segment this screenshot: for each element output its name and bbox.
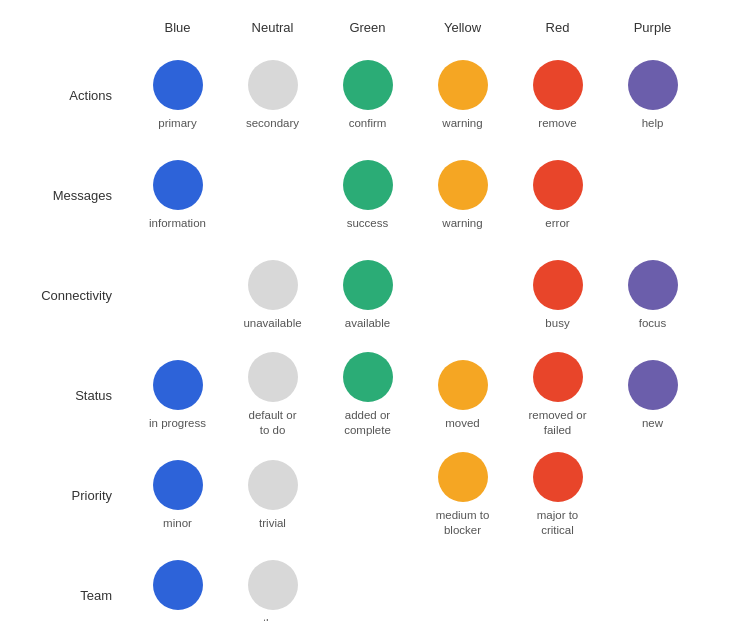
circle-label: confirm — [349, 116, 387, 131]
cell-actions-2: confirm — [320, 45, 415, 145]
circle-blue — [153, 460, 203, 510]
circle-red — [533, 260, 583, 310]
cell-messages-3: warning — [415, 145, 510, 245]
cell-connectivity-0 — [130, 245, 225, 345]
cell-priority-2 — [320, 445, 415, 545]
cell-connectivity-4: busy — [510, 245, 605, 345]
cell-messages-0: information — [130, 145, 225, 245]
circle-neutral — [248, 560, 298, 610]
circle-label: remove — [538, 116, 576, 131]
circle-neutral — [248, 260, 298, 310]
cell-status-3: moved — [415, 345, 510, 445]
header-red: Red — [510, 20, 605, 45]
circle-label: me — [170, 616, 186, 621]
header-empty — [10, 20, 130, 45]
circle-label: in progress — [149, 416, 206, 431]
circle-label: warning — [442, 116, 482, 131]
row-label-status: Status — [10, 345, 130, 445]
circle-neutral — [248, 60, 298, 110]
cell-actions-4: remove — [510, 45, 605, 145]
circle-yellow — [438, 360, 488, 410]
cell-priority-1: trivial — [225, 445, 320, 545]
circle-neutral — [248, 460, 298, 510]
cell-status-5: new — [605, 345, 700, 445]
circle-label: others — [257, 616, 289, 621]
circle-purple — [628, 260, 678, 310]
cell-status-4: removed or failed — [510, 345, 605, 445]
cell-actions-5: help — [605, 45, 700, 145]
circle-blue — [153, 60, 203, 110]
cell-priority-3: medium to blocker — [415, 445, 510, 545]
row-label-connectivity: Connectivity — [10, 245, 130, 345]
row-label-messages: Messages — [10, 145, 130, 245]
circle-red — [533, 452, 583, 502]
circle-blue — [153, 360, 203, 410]
circle-purple — [628, 360, 678, 410]
circle-label: removed or failed — [528, 408, 586, 438]
circle-neutral — [248, 352, 298, 402]
row-label-actions: Actions — [10, 45, 130, 145]
circle-label: trivial — [259, 516, 286, 531]
cell-team-2 — [320, 545, 415, 621]
cell-connectivity-3 — [415, 245, 510, 345]
row-label-team: Team — [10, 545, 130, 621]
circle-label: success — [347, 216, 389, 231]
circle-label: error — [545, 216, 569, 231]
cell-connectivity-5: focus — [605, 245, 700, 345]
cell-team-5 — [605, 545, 700, 621]
circle-yellow — [438, 160, 488, 210]
cell-actions-1: secondary — [225, 45, 320, 145]
circle-green — [343, 260, 393, 310]
color-grid: BlueNeutralGreenYellowRedPurpleActionspr… — [10, 20, 720, 621]
cell-messages-4: error — [510, 145, 605, 245]
circle-label: primary — [158, 116, 196, 131]
cell-team-3 — [415, 545, 510, 621]
cell-status-0: in progress — [130, 345, 225, 445]
cell-actions-3: warning — [415, 45, 510, 145]
circle-label: moved — [445, 416, 480, 431]
cell-connectivity-2: available — [320, 245, 415, 345]
cell-team-4 — [510, 545, 605, 621]
header-green: Green — [320, 20, 415, 45]
cell-status-1: default or to do — [225, 345, 320, 445]
circle-blue — [153, 560, 203, 610]
cell-team-1: others — [225, 545, 320, 621]
cell-messages-2: success — [320, 145, 415, 245]
circle-green — [343, 352, 393, 402]
circle-label: secondary — [246, 116, 299, 131]
circle-red — [533, 60, 583, 110]
cell-connectivity-1: unavailable — [225, 245, 320, 345]
cell-messages-1 — [225, 145, 320, 245]
cell-team-0: me — [130, 545, 225, 621]
cell-priority-0: minor — [130, 445, 225, 545]
circle-label: default or to do — [249, 408, 297, 438]
circle-label: added or complete — [344, 408, 391, 438]
circle-green — [343, 60, 393, 110]
circle-label: information — [149, 216, 206, 231]
circle-label: unavailable — [243, 316, 301, 331]
circle-yellow — [438, 452, 488, 502]
row-label-priority: Priority — [10, 445, 130, 545]
circle-label: minor — [163, 516, 192, 531]
circle-blue — [153, 160, 203, 210]
header-yellow: Yellow — [415, 20, 510, 45]
cell-messages-5 — [605, 145, 700, 245]
header-neutral: Neutral — [225, 20, 320, 45]
cell-status-2: added or complete — [320, 345, 415, 445]
circle-label: new — [642, 416, 663, 431]
circle-red — [533, 160, 583, 210]
circle-red — [533, 352, 583, 402]
circle-purple — [628, 60, 678, 110]
circle-label: focus — [639, 316, 667, 331]
circle-yellow — [438, 60, 488, 110]
circle-label: busy — [545, 316, 569, 331]
circle-green — [343, 160, 393, 210]
circle-label: major to critical — [537, 508, 579, 538]
cell-actions-0: primary — [130, 45, 225, 145]
circle-label: available — [345, 316, 390, 331]
circle-label: help — [642, 116, 664, 131]
circle-label: medium to blocker — [436, 508, 490, 538]
header-blue: Blue — [130, 20, 225, 45]
circle-label: warning — [442, 216, 482, 231]
header-purple: Purple — [605, 20, 700, 45]
